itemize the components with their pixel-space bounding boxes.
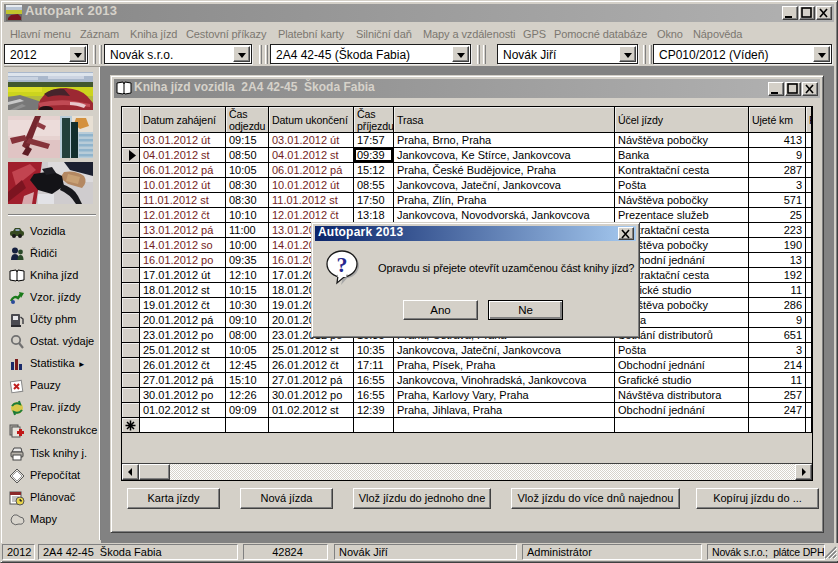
svg-text:?: ? [337,252,348,277]
